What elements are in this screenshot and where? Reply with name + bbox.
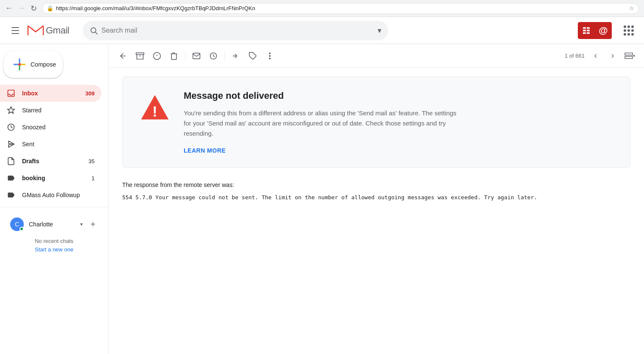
menu-button[interactable] [7,22,24,39]
archive-button[interactable] [132,48,148,64]
error-content: Message not delivered You're sending thi… [184,90,613,154]
svg-point-30 [269,58,271,59]
add-chat-button[interactable]: + [88,219,98,229]
search-dropdown-icon[interactable]: ▾ [378,26,381,35]
back-to-inbox-button[interactable] [115,48,131,64]
forward-nav-button[interactable]: → [18,4,25,13]
chat-user-name: Charlotte [29,221,75,228]
next-email-button[interactable] [605,48,620,64]
label-icon-booking [7,174,15,182]
url-bar[interactable]: 🔒 https://mail.google.com/mail/u/3/#inbo… [42,3,639,14]
gmail-m-icon [27,24,44,37]
move-icon [232,52,240,60]
prev-email-button[interactable] [588,48,603,64]
svg-text:!: ! [152,103,157,120]
back-nav-button[interactable]: ← [5,4,13,13]
no-chats-text: No recent chats [7,238,101,244]
svg-rect-5 [583,27,586,29]
label-button[interactable] [245,48,260,64]
sidebar: Compose Inbox 309 Starred [0,44,109,354]
booking-label: booking [22,175,85,181]
remote-response-section: The response from the remote server was:… [122,181,630,209]
sidebar-item-starred[interactable]: Starred [0,102,101,119]
snooze-icon [209,52,218,60]
at-button[interactable]: @ [595,22,612,39]
email-body: ! Message not delivered You're sending t… [109,68,644,354]
toolbar-pagination: 1 of 661 ▾ [565,48,637,64]
search-input[interactable] [101,27,374,34]
warning-triangle-icon: ! [140,92,170,123]
label-icon-gmass [7,191,15,199]
online-indicator [20,227,24,231]
next-arrow-icon [609,53,616,59]
learn-more-link[interactable]: LEARN MORE [184,147,226,154]
chat-section: C Charlotte ▾ + No recent chats Start a … [0,207,108,259]
start-new-chat-link[interactable]: Start a new one [7,246,101,253]
booking-count: 1 [92,175,95,181]
sidebar-item-sent[interactable]: Sent [0,136,101,153]
hamburger-icon [11,27,19,34]
sidebar-item-snoozed[interactable]: Snoozed [0,119,101,136]
draft-icon [7,157,15,165]
mark-unread-button[interactable] [189,48,204,64]
svg-rect-18 [136,53,144,54]
compose-label: Compose [31,61,56,68]
sidebar-item-drafts[interactable]: Drafts 35 [0,153,101,170]
starred-label: Starred [22,107,95,114]
svg-marker-16 [8,141,14,148]
sidebar-item-inbox[interactable]: Inbox 309 [0,85,101,102]
trash-icon [170,52,178,60]
svg-point-29 [269,55,271,57]
spam-icon [153,52,161,60]
email-toolbar: 1 of 661 ▾ [109,44,644,68]
sidebar-item-gmass[interactable]: GMass Auto Followup [0,187,101,203]
inbox-count: 309 [85,90,95,97]
snooze-button[interactable] [206,48,221,64]
more-options-button[interactable] [262,48,277,64]
sidebar-item-booking[interactable]: booking 1 [0,170,101,187]
user-avatar: C [10,217,24,231]
error-description: You're sending this from a different add… [184,108,464,139]
sent-label: Sent [22,141,95,148]
drafts-label: Drafts [22,158,82,164]
toolbar-separator-2 [224,51,225,61]
gmail-logo[interactable]: Gmail [27,24,69,37]
view-options-button[interactable]: ▾ [622,48,637,64]
star-icon[interactable]: ☆ [629,5,634,11]
delete-button[interactable] [166,48,182,64]
search-bar[interactable]: ▾ [83,21,388,40]
at-icon: @ [599,25,608,36]
view-icon [624,53,633,59]
svg-marker-12 [8,107,15,114]
move-to-button[interactable] [228,48,244,64]
url-text: https://mail.google.com/mail/u/3/#inbox/… [56,5,627,11]
sheets-icon [582,26,591,35]
google-apps-grid-button[interactable] [620,22,637,39]
clock-icon [7,123,15,131]
compose-plus-icon [14,59,25,70]
inbox-icon [7,89,15,98]
more-dots-icon [269,52,271,60]
svg-rect-10 [587,32,590,34]
refresh-button[interactable]: ↻ [31,4,37,13]
svg-rect-7 [583,30,586,31]
chat-dropdown-icon[interactable]: ▾ [80,221,83,227]
snoozed-label: Snoozed [22,124,95,131]
compose-button[interactable]: Compose [3,51,63,78]
archive-icon [136,52,144,60]
svg-rect-8 [587,30,590,31]
page-count: 1 of 661 [565,53,585,59]
svg-line-15 [11,127,12,128]
remote-response-label: The response from the remote server was: [122,181,630,188]
svg-rect-32 [625,56,633,59]
toolbar-separator-1 [185,51,185,61]
main-layout: Compose Inbox 309 Starred [0,44,644,354]
remote-response-code: 554 5.7.0 Your message could not be sent… [122,193,630,202]
chat-user-row[interactable]: C Charlotte ▾ + [7,214,101,234]
gmass-label: GMass Auto Followup [22,192,95,198]
report-spam-button[interactable] [149,48,165,64]
error-message-box: ! Message not delivered You're sending t… [122,76,630,168]
sheets-button[interactable] [578,22,595,39]
start-new-chat-anchor[interactable]: Start a new one [35,246,73,253]
topbar: Gmail ▾ @ [0,17,644,44]
